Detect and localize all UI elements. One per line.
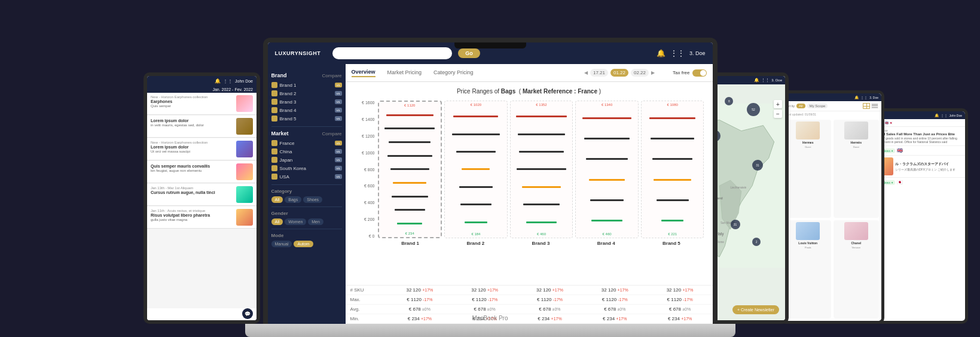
france-label: France (280, 141, 332, 146)
brand3-bar-col[interactable]: € 1352 (510, 101, 573, 238)
cell: € 1120 -17% (452, 295, 517, 305)
category-section-label: Category (271, 189, 292, 194)
cell: € 1120 -17% (582, 295, 648, 305)
sidebar-item-brand5[interactable]: Brand 5 vs (271, 114, 342, 123)
tab-category-pricing[interactable]: Category Pricing (433, 69, 474, 77)
search-bar[interactable] (332, 47, 452, 59)
change: +17% (422, 288, 433, 292)
toggle-switch[interactable] (692, 69, 707, 77)
cell: € 234 +17% (517, 314, 582, 324)
zoom-out-button[interactable]: − (774, 110, 782, 118)
create-newsletter-button[interactable]: + Create Newsletter (732, 305, 779, 314)
brand4-bar-col[interactable]: € 1340 (575, 101, 639, 238)
y-label: € 400 (364, 201, 375, 205)
pl-grid-item[interactable]: Louis Vuitton Prada (785, 220, 831, 318)
chart-title: Price Ranges of Bags ( Market Reference … (354, 88, 704, 95)
cell: € 678 ±0% (582, 305, 648, 314)
macbook-label: MacBook Pro (472, 315, 508, 321)
brand-section-label: Brand (271, 72, 287, 78)
main-content: Brand Compare Brand 1 vs Brand 2 vs (268, 64, 713, 324)
list-view-icon[interactable] (871, 103, 878, 109)
brand5-bar-col[interactable]: € 1080 (641, 101, 704, 238)
news-item: Lorem ipsum dolor in velit mauris, egest… (147, 116, 257, 138)
date-chip-0122[interactable]: 01.22 (610, 69, 628, 77)
sidebar-item-southkorea[interactable]: South Korea vs (271, 164, 342, 172)
pl-grid-item[interactable]: Chanel Versace (834, 220, 880, 318)
change: ±0% (682, 307, 691, 311)
table-row-avg: Avg. € 678 ±0% € 678 ±0% € 678 ±0% € 678… (346, 305, 713, 314)
sidebar-item-france[interactable]: France vs (271, 139, 342, 147)
sidebar-item-brand1[interactable]: Brand 1 vs (271, 81, 342, 89)
prev-date-icon[interactable]: ◀ (584, 70, 588, 75)
grid-icon: ⋮⋮ (670, 49, 685, 57)
pl-toolbar: sort by All My Scope (783, 101, 881, 111)
change: -17% (423, 297, 432, 302)
brand1-bar-col[interactable]: € 1120 (378, 101, 442, 238)
divider (271, 126, 342, 127)
cell: € 1120 -17% (517, 295, 582, 305)
category-all-button[interactable]: All (271, 196, 283, 203)
gender-women-button[interactable]: Women (285, 218, 306, 225)
sidebar-item-brand2[interactable]: Brand 2 vs (271, 89, 342, 98)
bar-line (518, 133, 566, 135)
news-item-2[interactable]: ル・ラクラムズのスターアドバイ シリーズ最高濃のDFXプロミン ご紹介します (872, 156, 965, 178)
news-header: 🔔 ⋮⋮ John Doe (872, 111, 965, 119)
mode-manual-button[interactable]: Manual (271, 241, 292, 247)
china-label: China (280, 149, 332, 154)
next-date-icon[interactable]: ▶ (651, 70, 655, 75)
top-news-label-row-2: Top News ✦ 🇯🇵 (872, 178, 965, 187)
sidebar-item-brand4[interactable]: Brand 4 vs (271, 106, 342, 114)
sidebar-item-japan[interactable]: Japan vs (271, 156, 342, 164)
gender-section-header: Gender (271, 211, 342, 216)
grid-view-icon[interactable] (863, 103, 870, 109)
brand3-bottom-price: € 460 (512, 232, 571, 236)
category-bags-button[interactable]: Bags (285, 196, 301, 203)
change: ±0% (487, 307, 496, 311)
tab-market-pricing[interactable]: Market Pricing (387, 69, 422, 77)
date-chip-1721[interactable]: 17.21 (590, 69, 608, 77)
tax-toggle[interactable]: Tax free (673, 69, 706, 77)
user-label: 3. Doe (689, 50, 706, 56)
logo: LUXURYNSIGHT (275, 50, 321, 56)
brand2-checkbox (271, 90, 277, 96)
bar-line-green (591, 220, 622, 221)
sidebar-item-brand3[interactable]: Brand 3 vs (271, 98, 342, 106)
change: +17% (681, 317, 692, 321)
news-item-1[interactable]: Synthèse Retail Sales Fall More Than Jus… (872, 127, 965, 146)
bar-line (649, 117, 695, 119)
pl-grid-item[interactable]: Hermes Gucci (785, 120, 831, 218)
sidebar-item-china[interactable]: China vs (271, 147, 342, 156)
pl-item-img (796, 122, 820, 139)
row-label-max: Max. (346, 295, 387, 305)
view-icons (863, 103, 878, 109)
bell-icon: 🔔 (215, 78, 221, 84)
change: ±0% (617, 307, 625, 311)
news-snippet: Sale of goods sold in stores and online … (875, 136, 962, 144)
bar-line (590, 199, 624, 201)
pl-grid-item[interactable]: Hermès Gucci (834, 120, 880, 218)
sort-scope-button[interactable]: My Scope (807, 104, 828, 108)
date-range: Jan. 2022 - Fev. 2022 (147, 86, 257, 93)
sort-all-button[interactable]: All (796, 104, 805, 108)
app-container: LUXURYNSIGHT Go 🔔 ⋮⋮ 3. Doe Bra (268, 42, 713, 324)
sidebar-item-usa[interactable]: USA vs (271, 172, 342, 181)
category-shoes-button[interactable]: Shoes (303, 196, 322, 203)
france-checkbox (271, 140, 277, 146)
pricelist-content: 🔔 ⋮⋮ 3. Doe sort by All My Scope (783, 93, 881, 321)
bar-line (586, 158, 628, 160)
zoom-in-button[interactable]: + (774, 100, 782, 108)
date-chip-0222[interactable]: 02.22 (631, 69, 649, 77)
tab-overview[interactable]: Overview (352, 69, 375, 77)
mode-auto-button[interactable]: Autom (294, 241, 313, 247)
gender-all-button[interactable]: All (271, 218, 283, 225)
go-button[interactable]: Go (458, 48, 480, 58)
tablet-pricelist: 🔔 ⋮⋮ 3. Doe sort by All My Scope (780, 90, 884, 324)
map-bubble: 31 (752, 160, 763, 171)
bell-icon: 🔔 (854, 95, 859, 99)
brand4-bottom-price: € 460 (578, 232, 636, 236)
news-snippet: シリーズ最高濃のDFXプロミン ご紹介します (895, 168, 955, 171)
brand2-bar-col[interactable]: € 1020 (444, 101, 508, 238)
cell: € 1120 -17% (648, 295, 713, 305)
gender-men-button[interactable]: Men (308, 218, 323, 225)
bar-line (386, 114, 434, 116)
